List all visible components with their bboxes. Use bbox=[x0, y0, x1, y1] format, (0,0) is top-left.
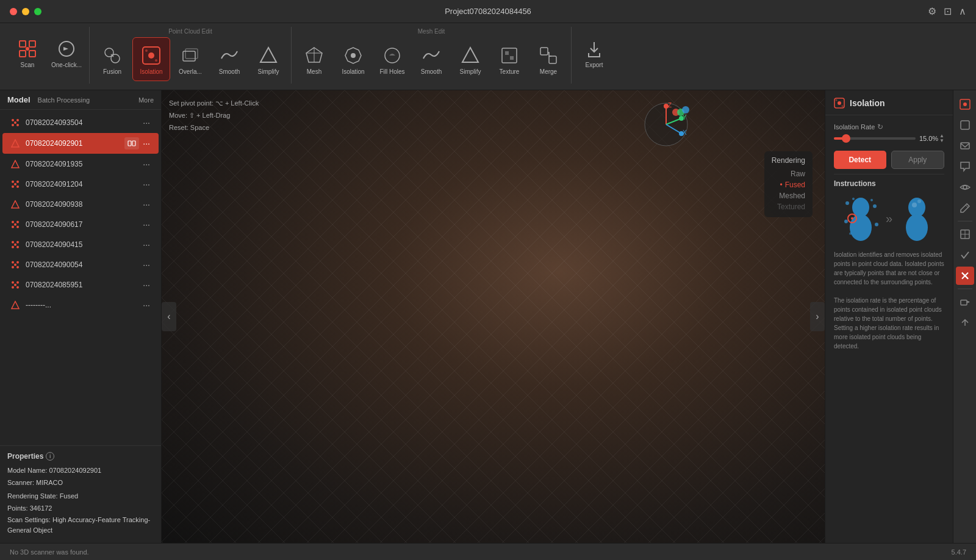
nav-left-arrow[interactable]: ‹ bbox=[162, 302, 176, 331]
3d-model-view[interactable] bbox=[162, 90, 825, 543]
rendering-textured[interactable]: Textured bbox=[772, 201, 805, 212]
item-menu-icon[interactable]: ··· bbox=[142, 280, 151, 290]
sidebar-item-07082024085951[interactable]: 07082024085951··· bbox=[2, 275, 159, 295]
svg-rect-12 bbox=[183, 51, 195, 61]
texture-tool-button[interactable]: Texture bbox=[490, 37, 528, 81]
sidebar-item-07082024090617[interactable]: 07082024090617··· bbox=[2, 215, 159, 234]
rendering-meshed[interactable]: Meshed bbox=[772, 190, 805, 201]
maximize-button[interactable] bbox=[34, 8, 41, 15]
svg-point-84 bbox=[844, 220, 848, 223]
edge-scan-icon[interactable] bbox=[956, 95, 974, 113]
refresh-icon[interactable]: ↻ bbox=[877, 123, 883, 131]
scan-tool-button[interactable]: Scan bbox=[9, 31, 46, 74]
item-menu-icon[interactable]: ··· bbox=[142, 240, 151, 249]
svg-point-26 bbox=[12, 119, 14, 121]
axes-widget: Z Y X bbox=[642, 100, 691, 149]
svg-text:Z: Z bbox=[668, 102, 672, 109]
smooth-pc-tool-button[interactable]: Smooth bbox=[210, 37, 248, 81]
detect-button[interactable]: Detect bbox=[834, 151, 886, 169]
sidebar-item-07082024090054[interactable]: 07082024090054··· bbox=[2, 255, 159, 275]
merge-tool-button[interactable]: Merge bbox=[529, 37, 567, 81]
item-menu-icon[interactable]: ··· bbox=[142, 159, 151, 169]
svg-point-94 bbox=[917, 199, 921, 203]
fill-holes-tool-button[interactable]: Fill Holes bbox=[373, 37, 411, 81]
more-button[interactable]: More bbox=[138, 96, 154, 104]
edge-rect-icon[interactable] bbox=[956, 116, 974, 134]
item-name: 07082024091204 bbox=[26, 180, 142, 188]
smooth-m-tool-button[interactable]: Smooth bbox=[412, 37, 450, 81]
isolation-m-tool-label: Isolation bbox=[342, 68, 364, 76]
fusion-tool-button[interactable]: Fusion bbox=[93, 37, 131, 81]
svg-point-47 bbox=[16, 241, 19, 243]
mesh-edit-label: Mesh Edit bbox=[295, 27, 567, 36]
export-tool-button[interactable]: Export bbox=[575, 31, 613, 74]
slider-thumb[interactable] bbox=[842, 134, 850, 143]
sidebar-item-07082024093504[interactable]: 07082024093504··· bbox=[2, 113, 159, 132]
simplify-pc-tool-button[interactable]: Simplify bbox=[249, 37, 287, 81]
edge-delete-icon[interactable] bbox=[956, 267, 974, 285]
rendering-state-row: Rendering State: Fused bbox=[7, 491, 154, 501]
svg-point-92 bbox=[906, 214, 928, 241]
svg-point-29 bbox=[16, 124, 19, 126]
edge-up-icon[interactable] bbox=[956, 314, 974, 332]
svg-rect-23 bbox=[510, 56, 514, 60]
sidebar-item-07082024090938[interactable]: 07082024090938··· bbox=[2, 195, 159, 214]
svg-point-27 bbox=[16, 119, 19, 121]
rendering-fused[interactable]: Fused bbox=[772, 179, 805, 190]
sidebar-item-07082024091935[interactable]: 07082024091935··· bbox=[2, 154, 159, 174]
item-menu-icon[interactable]: ··· bbox=[142, 179, 151, 189]
sidebar-item-07082024091204[interactable]: 07082024091204··· bbox=[2, 174, 159, 194]
item-type-icon bbox=[10, 259, 21, 270]
after-illustration bbox=[897, 194, 937, 243]
simplify-m-tool-button[interactable]: Simplify bbox=[451, 37, 489, 81]
rendering-raw[interactable]: Raw bbox=[772, 168, 805, 179]
overlay-tool-button[interactable]: Overla... bbox=[171, 37, 209, 81]
item-menu-icon[interactable]: ··· bbox=[142, 138, 151, 148]
one-click-tool-button[interactable]: One-click... bbox=[48, 31, 85, 74]
edge-chat-icon[interactable] bbox=[956, 157, 974, 176]
item-name: 07082024093504 bbox=[26, 118, 142, 127]
edge-envelope-icon[interactable] bbox=[956, 137, 974, 155]
edge-pen-icon[interactable] bbox=[956, 199, 974, 217]
settings-icon[interactable]: ⚙ bbox=[928, 5, 936, 17]
sidebar: Model Batch Processing More 070820240935… bbox=[0, 90, 162, 543]
isolation-pc-tool-button[interactable]: Isolation bbox=[132, 37, 170, 81]
edge-tag-icon[interactable] bbox=[956, 293, 974, 311]
sidebar-item-07082024090415[interactable]: 07082024090415··· bbox=[2, 235, 159, 254]
arrow-symbol: » bbox=[886, 212, 892, 226]
svg-point-55 bbox=[14, 264, 16, 266]
item-menu-icon[interactable]: ··· bbox=[142, 118, 151, 127]
item-view-button[interactable] bbox=[124, 137, 139, 149]
item-type-icon bbox=[10, 138, 21, 149]
properties-info-icon[interactable]: i bbox=[46, 452, 54, 461]
item-menu-icon[interactable]: ··· bbox=[142, 199, 151, 209]
value-stepper[interactable]: ▲ ▼ bbox=[939, 134, 944, 143]
svg-rect-0 bbox=[20, 41, 26, 47]
isolation-pc-icon bbox=[140, 45, 162, 66]
close-button[interactable] bbox=[10, 8, 17, 15]
version-label: 5.4.7 bbox=[952, 548, 966, 556]
window-icon[interactable]: ⊡ bbox=[944, 5, 952, 17]
texture-icon bbox=[498, 45, 520, 66]
scanner-row: Scanner: MIRACO bbox=[7, 478, 154, 488]
mesh-tool-button[interactable]: Mesh bbox=[295, 37, 333, 81]
fusion-tool-label: Fusion bbox=[103, 68, 121, 76]
isolation-m-tool-button[interactable]: Isolation bbox=[334, 37, 372, 81]
slider-value: 15.0% ▲ ▼ bbox=[919, 134, 944, 143]
item-menu-icon[interactable]: ··· bbox=[142, 220, 151, 229]
chevron-up-icon[interactable]: ∧ bbox=[959, 5, 966, 17]
sidebar-item-more-items[interactable]: --------...··· bbox=[2, 295, 159, 315]
svg-line-100 bbox=[966, 205, 968, 207]
edge-eye-icon[interactable] bbox=[956, 178, 974, 196]
edge-check-icon[interactable] bbox=[956, 246, 974, 264]
edge-box-icon[interactable] bbox=[956, 225, 974, 243]
stepper-down[interactable]: ▼ bbox=[939, 138, 944, 143]
item-menu-icon[interactable]: ··· bbox=[142, 300, 151, 310]
apply-button[interactable]: Apply bbox=[891, 151, 945, 169]
batch-processing-button[interactable]: Batch Processing bbox=[38, 96, 90, 104]
viewport[interactable]: Set pivot point: ⌥ + Left-Click Move: ⇧ … bbox=[162, 90, 825, 543]
nav-right-arrow[interactable]: › bbox=[810, 302, 825, 331]
item-menu-icon[interactable]: ··· bbox=[142, 260, 151, 270]
minimize-button[interactable] bbox=[22, 8, 29, 15]
sidebar-item-07082024092901[interactable]: 07082024092901··· bbox=[2, 133, 159, 154]
